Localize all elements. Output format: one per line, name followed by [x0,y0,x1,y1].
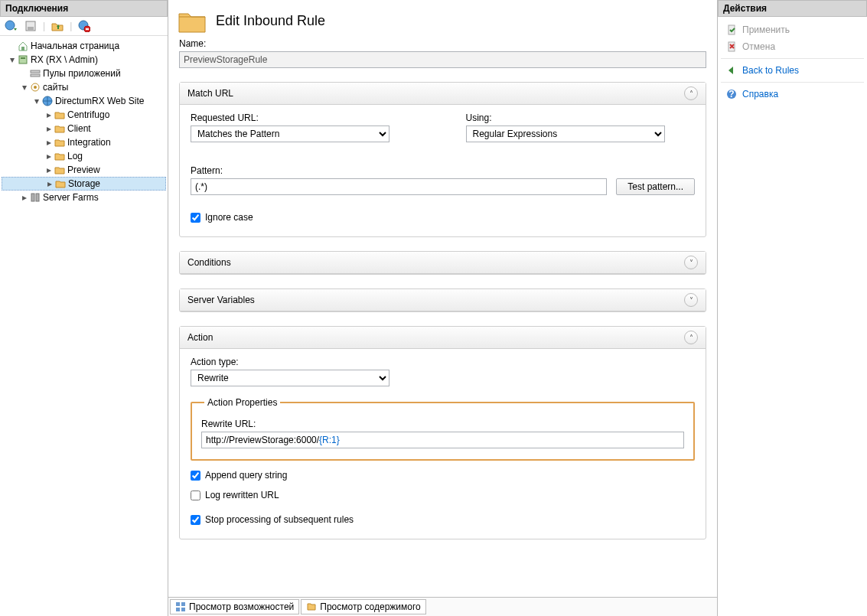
tree-item[interactable]: ▸Log [2,149,166,163]
content-icon [306,601,317,612]
action-title: Action [187,332,213,343]
tree-expander[interactable]: ▾ [8,54,17,65]
svg-rect-15 [36,194,39,201]
actions-title: Действия [718,0,867,17]
svg-rect-7 [19,56,27,64]
conditions-title: Conditions [187,257,231,268]
tree-item[interactable]: ▾сайты [2,80,166,94]
tree-item-label: Centrifugo [67,109,109,120]
tree-expander[interactable]: ▾ [20,82,29,93]
tree-item[interactable]: ▸Client [2,122,166,135]
connections-panel: Подключения | | Начальная страница▾RX (R… [0,0,168,616]
pools-icon [29,67,41,80]
folder-icon [54,136,66,148]
ignore-case-checkbox[interactable] [191,213,200,223]
pattern-label: Pattern: [191,165,695,176]
tab-features-view[interactable]: Просмотр возможностей [170,599,299,614]
server-vars-header[interactable]: Server Variables ˅ [180,289,706,311]
tree-item[interactable]: ▸Centrifugo [2,108,166,122]
actions-list: ПрименитьОтменаBack to Rules?Справка [718,17,867,107]
tab-content-view[interactable]: Просмотр содержимого [301,599,425,614]
tree-item-label: Log [67,151,83,161]
rewrite-url-input[interactable]: http://PreviewStorage:6000/{R:1} [201,432,684,448]
tree-item[interactable]: ▾DirectumRX Web Site [2,94,166,108]
append-qs-checkbox[interactable] [191,471,200,481]
svg-rect-6 [21,47,24,51]
center-panel: Edit Inbound Rule Name: Match URL ˄ Requ… [168,0,718,616]
tree-expander[interactable]: ▸ [20,192,29,203]
action-отмена: Отмена [721,38,864,55]
test-pattern-button[interactable]: Test pattern... [616,178,695,195]
tree-item[interactable]: Начальная страница [2,39,166,53]
action-properties-legend: Action Properties [204,397,280,408]
name-label: Name: [179,38,706,49]
action-label: Отмена [742,41,775,52]
tree-expander[interactable]: ▸ [44,165,54,175]
apply-icon [725,24,738,36]
action-header[interactable]: Action ˄ [180,327,706,349]
svg-rect-18 [176,608,180,611]
folder-up-icon[interactable] [50,19,65,33]
append-qs-label[interactable]: Append query string [205,470,287,481]
connections-tree[interactable]: Начальная страница▾RX (RX \ Admin)Пулы п… [0,36,168,616]
stop-processing-checkbox[interactable] [191,515,200,525]
tree-expander[interactable]: ▸ [44,109,54,120]
tree-item[interactable]: ▸Storage [2,177,166,191]
tree-item-label: Preview [67,165,100,175]
tree-item[interactable]: ▸Server Farms [2,191,166,204]
farms-icon [29,191,41,204]
help-icon: ? [725,88,738,100]
pattern-input[interactable] [191,178,607,195]
svg-rect-5 [86,28,89,30]
svg-point-0 [5,21,15,30]
log-rewritten-checkbox[interactable] [191,491,200,500]
chevron-down-icon[interactable]: ˅ [684,256,698,269]
action-type-select[interactable]: Rewrite [191,370,389,386]
back-icon [725,64,738,77]
svg-rect-10 [31,74,40,77]
using-select[interactable]: Regular Expressions [466,125,665,142]
tree-item-label: Начальная страница [31,41,119,51]
chevron-up-icon[interactable]: ˄ [684,331,698,344]
match-url-header[interactable]: Match URL ˄ [180,83,706,105]
chevron-down-icon[interactable]: ˅ [684,293,698,307]
ignore-case-label[interactable]: Ignore case [205,212,253,223]
svg-point-12 [34,86,37,89]
globe-refresh-icon[interactable] [3,19,18,33]
tree-expander[interactable]: ▸ [44,137,54,148]
server-icon [17,54,29,66]
tree-item[interactable]: ▸Preview [2,163,166,177]
match-url-title: Match URL [187,88,233,99]
svg-rect-17 [181,602,185,606]
name-input[interactable] [179,51,706,68]
tree-expander[interactable]: ▸ [44,151,54,161]
page-title: Edit Inbound Rule [216,13,325,29]
folder-icon [54,122,66,135]
tree-item[interactable]: ▸Integration [2,135,166,149]
tree-expander[interactable]: ▾ [32,96,41,106]
stop-processing-label[interactable]: Stop processing of subsequent rules [205,514,354,525]
match-url-section: Match URL ˄ Requested URL: Matches the P… [179,82,706,237]
tree-item-label: Storage [68,178,100,189]
conditions-header[interactable]: Conditions ˅ [180,252,706,274]
tree-item[interactable]: Пулы приложений [2,67,166,80]
requested-url-select[interactable]: Matches the Pattern [191,125,389,142]
action-properties-fieldset: Action Properties Rewrite URL: http://Pr… [191,397,695,461]
save-icon[interactable] [23,19,38,33]
tree-item[interactable]: ▾RX (RX \ Admin) [2,53,166,67]
action-type-label: Action type: [191,357,695,367]
svg-text:?: ? [728,89,734,99]
tree-expander[interactable]: ▸ [45,178,54,189]
using-label: Using: [466,112,696,123]
log-rewritten-label[interactable]: Log rewritten URL [205,490,279,500]
action-back-to-rules[interactable]: Back to Rules [721,62,864,79]
tree-item-label: сайты [43,82,69,93]
stop-icon[interactable] [77,19,92,33]
chevron-up-icon[interactable]: ˄ [684,86,698,100]
action-справка[interactable]: ?Справка [721,86,864,103]
server-vars-section: Server Variables ˅ [179,288,706,312]
rule-folder-icon [178,8,207,34]
svg-rect-19 [181,608,185,611]
conditions-section: Conditions ˅ [179,251,706,275]
tree-expander[interactable]: ▸ [44,123,54,134]
